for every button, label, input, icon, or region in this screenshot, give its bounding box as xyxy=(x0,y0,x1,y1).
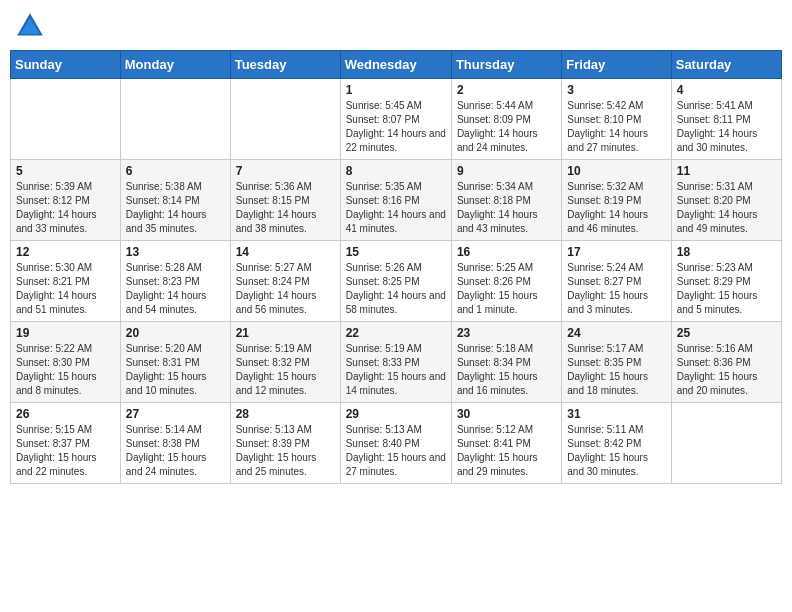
day-number: 28 xyxy=(236,407,335,421)
calendar-cell: 19Sunrise: 5:22 AM Sunset: 8:30 PM Dayli… xyxy=(11,322,121,403)
day-number: 24 xyxy=(567,326,665,340)
calendar-cell: 17Sunrise: 5:24 AM Sunset: 8:27 PM Dayli… xyxy=(562,241,671,322)
page-header xyxy=(10,10,782,42)
day-info: Sunrise: 5:32 AM Sunset: 8:19 PM Dayligh… xyxy=(567,180,665,236)
day-number: 19 xyxy=(16,326,115,340)
day-header-friday: Friday xyxy=(562,51,671,79)
day-info: Sunrise: 5:18 AM Sunset: 8:34 PM Dayligh… xyxy=(457,342,556,398)
day-info: Sunrise: 5:34 AM Sunset: 8:18 PM Dayligh… xyxy=(457,180,556,236)
day-number: 29 xyxy=(346,407,446,421)
day-info: Sunrise: 5:31 AM Sunset: 8:20 PM Dayligh… xyxy=(677,180,776,236)
calendar-cell: 20Sunrise: 5:20 AM Sunset: 8:31 PM Dayli… xyxy=(120,322,230,403)
calendar-cell: 21Sunrise: 5:19 AM Sunset: 8:32 PM Dayli… xyxy=(230,322,340,403)
day-number: 5 xyxy=(16,164,115,178)
day-info: Sunrise: 5:28 AM Sunset: 8:23 PM Dayligh… xyxy=(126,261,225,317)
day-info: Sunrise: 5:12 AM Sunset: 8:41 PM Dayligh… xyxy=(457,423,556,479)
calendar-cell: 26Sunrise: 5:15 AM Sunset: 8:37 PM Dayli… xyxy=(11,403,121,484)
day-info: Sunrise: 5:17 AM Sunset: 8:35 PM Dayligh… xyxy=(567,342,665,398)
day-info: Sunrise: 5:19 AM Sunset: 8:32 PM Dayligh… xyxy=(236,342,335,398)
day-header-sunday: Sunday xyxy=(11,51,121,79)
day-info: Sunrise: 5:19 AM Sunset: 8:33 PM Dayligh… xyxy=(346,342,446,398)
calendar-cell: 29Sunrise: 5:13 AM Sunset: 8:40 PM Dayli… xyxy=(340,403,451,484)
calendar-cell: 1Sunrise: 5:45 AM Sunset: 8:07 PM Daylig… xyxy=(340,79,451,160)
day-number: 25 xyxy=(677,326,776,340)
day-header-saturday: Saturday xyxy=(671,51,781,79)
day-info: Sunrise: 5:13 AM Sunset: 8:39 PM Dayligh… xyxy=(236,423,335,479)
calendar-cell: 15Sunrise: 5:26 AM Sunset: 8:25 PM Dayli… xyxy=(340,241,451,322)
day-number: 17 xyxy=(567,245,665,259)
day-number: 1 xyxy=(346,83,446,97)
day-number: 14 xyxy=(236,245,335,259)
day-info: Sunrise: 5:26 AM Sunset: 8:25 PM Dayligh… xyxy=(346,261,446,317)
day-info: Sunrise: 5:16 AM Sunset: 8:36 PM Dayligh… xyxy=(677,342,776,398)
calendar-cell: 22Sunrise: 5:19 AM Sunset: 8:33 PM Dayli… xyxy=(340,322,451,403)
day-number: 23 xyxy=(457,326,556,340)
day-number: 27 xyxy=(126,407,225,421)
calendar-cell: 6Sunrise: 5:38 AM Sunset: 8:14 PM Daylig… xyxy=(120,160,230,241)
logo-icon xyxy=(14,10,46,42)
day-number: 7 xyxy=(236,164,335,178)
logo xyxy=(14,10,50,42)
day-number: 18 xyxy=(677,245,776,259)
day-number: 4 xyxy=(677,83,776,97)
day-number: 8 xyxy=(346,164,446,178)
day-number: 31 xyxy=(567,407,665,421)
calendar-cell: 14Sunrise: 5:27 AM Sunset: 8:24 PM Dayli… xyxy=(230,241,340,322)
calendar-table: SundayMondayTuesdayWednesdayThursdayFrid… xyxy=(10,50,782,484)
calendar-cell: 16Sunrise: 5:25 AM Sunset: 8:26 PM Dayli… xyxy=(451,241,561,322)
calendar-header-row: SundayMondayTuesdayWednesdayThursdayFrid… xyxy=(11,51,782,79)
day-info: Sunrise: 5:42 AM Sunset: 8:10 PM Dayligh… xyxy=(567,99,665,155)
day-header-wednesday: Wednesday xyxy=(340,51,451,79)
day-info: Sunrise: 5:35 AM Sunset: 8:16 PM Dayligh… xyxy=(346,180,446,236)
calendar-cell: 9Sunrise: 5:34 AM Sunset: 8:18 PM Daylig… xyxy=(451,160,561,241)
calendar-cell xyxy=(671,403,781,484)
day-number: 13 xyxy=(126,245,225,259)
calendar-week-row: 5Sunrise: 5:39 AM Sunset: 8:12 PM Daylig… xyxy=(11,160,782,241)
calendar-week-row: 19Sunrise: 5:22 AM Sunset: 8:30 PM Dayli… xyxy=(11,322,782,403)
day-number: 26 xyxy=(16,407,115,421)
day-header-tuesday: Tuesday xyxy=(230,51,340,79)
day-number: 15 xyxy=(346,245,446,259)
day-info: Sunrise: 5:41 AM Sunset: 8:11 PM Dayligh… xyxy=(677,99,776,155)
calendar-cell: 10Sunrise: 5:32 AM Sunset: 8:19 PM Dayli… xyxy=(562,160,671,241)
calendar-cell: 30Sunrise: 5:12 AM Sunset: 8:41 PM Dayli… xyxy=(451,403,561,484)
calendar-week-row: 26Sunrise: 5:15 AM Sunset: 8:37 PM Dayli… xyxy=(11,403,782,484)
day-header-thursday: Thursday xyxy=(451,51,561,79)
calendar-cell: 18Sunrise: 5:23 AM Sunset: 8:29 PM Dayli… xyxy=(671,241,781,322)
day-info: Sunrise: 5:23 AM Sunset: 8:29 PM Dayligh… xyxy=(677,261,776,317)
calendar-week-row: 1Sunrise: 5:45 AM Sunset: 8:07 PM Daylig… xyxy=(11,79,782,160)
day-info: Sunrise: 5:22 AM Sunset: 8:30 PM Dayligh… xyxy=(16,342,115,398)
calendar-cell: 11Sunrise: 5:31 AM Sunset: 8:20 PM Dayli… xyxy=(671,160,781,241)
calendar-cell: 2Sunrise: 5:44 AM Sunset: 8:09 PM Daylig… xyxy=(451,79,561,160)
day-number: 10 xyxy=(567,164,665,178)
calendar-cell: 13Sunrise: 5:28 AM Sunset: 8:23 PM Dayli… xyxy=(120,241,230,322)
calendar-cell: 25Sunrise: 5:16 AM Sunset: 8:36 PM Dayli… xyxy=(671,322,781,403)
calendar-cell: 31Sunrise: 5:11 AM Sunset: 8:42 PM Dayli… xyxy=(562,403,671,484)
calendar-cell: 28Sunrise: 5:13 AM Sunset: 8:39 PM Dayli… xyxy=(230,403,340,484)
day-info: Sunrise: 5:36 AM Sunset: 8:15 PM Dayligh… xyxy=(236,180,335,236)
day-number: 30 xyxy=(457,407,556,421)
calendar-cell: 24Sunrise: 5:17 AM Sunset: 8:35 PM Dayli… xyxy=(562,322,671,403)
day-info: Sunrise: 5:44 AM Sunset: 8:09 PM Dayligh… xyxy=(457,99,556,155)
day-info: Sunrise: 5:24 AM Sunset: 8:27 PM Dayligh… xyxy=(567,261,665,317)
day-number: 20 xyxy=(126,326,225,340)
day-number: 22 xyxy=(346,326,446,340)
calendar-cell xyxy=(230,79,340,160)
day-number: 9 xyxy=(457,164,556,178)
day-info: Sunrise: 5:25 AM Sunset: 8:26 PM Dayligh… xyxy=(457,261,556,317)
day-info: Sunrise: 5:15 AM Sunset: 8:37 PM Dayligh… xyxy=(16,423,115,479)
calendar-week-row: 12Sunrise: 5:30 AM Sunset: 8:21 PM Dayli… xyxy=(11,241,782,322)
calendar-cell xyxy=(120,79,230,160)
calendar-cell: 4Sunrise: 5:41 AM Sunset: 8:11 PM Daylig… xyxy=(671,79,781,160)
day-number: 21 xyxy=(236,326,335,340)
day-info: Sunrise: 5:45 AM Sunset: 8:07 PM Dayligh… xyxy=(346,99,446,155)
day-number: 12 xyxy=(16,245,115,259)
calendar-cell: 23Sunrise: 5:18 AM Sunset: 8:34 PM Dayli… xyxy=(451,322,561,403)
calendar-cell: 8Sunrise: 5:35 AM Sunset: 8:16 PM Daylig… xyxy=(340,160,451,241)
day-number: 3 xyxy=(567,83,665,97)
calendar-cell: 3Sunrise: 5:42 AM Sunset: 8:10 PM Daylig… xyxy=(562,79,671,160)
calendar-cell: 27Sunrise: 5:14 AM Sunset: 8:38 PM Dayli… xyxy=(120,403,230,484)
day-info: Sunrise: 5:39 AM Sunset: 8:12 PM Dayligh… xyxy=(16,180,115,236)
calendar-cell: 12Sunrise: 5:30 AM Sunset: 8:21 PM Dayli… xyxy=(11,241,121,322)
day-info: Sunrise: 5:13 AM Sunset: 8:40 PM Dayligh… xyxy=(346,423,446,479)
